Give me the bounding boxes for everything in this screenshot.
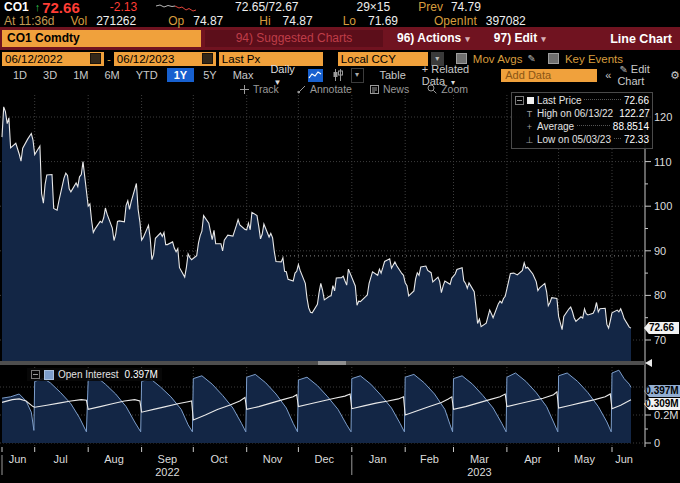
last-price-axis-label: 72.66 — [644, 322, 679, 334]
gear-icon[interactable]: ⚙ — [670, 69, 680, 82]
svg-text:May: May — [574, 453, 595, 465]
actions-menu-button[interactable]: 96) Actions▾ — [387, 30, 480, 47]
date-to-field[interactable]: 06/12/2023 — [114, 52, 216, 66]
currency-select[interactable]: Local CCY — [338, 52, 428, 66]
svg-text:70: 70 — [654, 334, 666, 346]
open-interest-swatch — [44, 370, 54, 380]
page-title: Line Chart — [610, 32, 672, 46]
svg-text:2023: 2023 — [467, 466, 491, 478]
bid-ask-size: 29×15 — [357, 0, 391, 14]
period-tabs: 1D3D1M6MYTD1Y5YMax — [6, 68, 260, 82]
svg-text:80: 80 — [654, 289, 666, 301]
period-tab-1y[interactable]: 1Y — [167, 68, 194, 82]
low-value: 71.69 — [368, 14, 398, 28]
svg-text:110: 110 — [654, 156, 672, 168]
prev-label: Prev — [418, 0, 443, 14]
edit-menu-button[interactable]: 97) Edit▾ — [484, 30, 556, 47]
chevron-down-icon: ▾ — [541, 34, 546, 44]
track-tool-button[interactable]: Track — [240, 83, 279, 95]
x-axis: JunJulAugSepOctNovDecJanFebMarAprMayJun2… — [0, 447, 680, 479]
high-value: 74.87 — [283, 14, 313, 28]
open-interest-label: Open Interest — [58, 369, 119, 380]
collapse-panel-button[interactable]: « — [605, 69, 611, 81]
average-marker-icon: + — [525, 122, 534, 132]
as-of-time: At 11:36d — [4, 14, 54, 28]
period-tab-3d[interactable]: 3D — [36, 68, 64, 82]
calendar-icon[interactable] — [90, 53, 101, 64]
legend-row-last-price[interactable]: Last Price 72.66 — [515, 94, 649, 107]
legend-label: Average — [537, 121, 574, 132]
oi-line-axis-label: 0.309M — [644, 398, 680, 410]
period-tab-max[interactable]: Max — [226, 68, 261, 82]
edit-label: 97) Edit — [494, 31, 537, 45]
period-tab-1m[interactable]: 1M — [66, 68, 95, 82]
period-tab-6m[interactable]: 6M — [97, 68, 126, 82]
key-events-label: Key Events — [565, 53, 623, 65]
svg-text:Jul: Jul — [54, 453, 68, 465]
sparkline-icon — [155, 2, 197, 13]
openint-label: OpenInt — [434, 14, 477, 28]
bloomberg-gp-window: CO1 ↑ 72.66 -2.13 72.65/72.67 29×15 Prev… — [0, 0, 680, 483]
date-from-field[interactable]: 06/12/2022 — [2, 52, 104, 66]
zoom-tool-button[interactable]: Zoom — [427, 83, 468, 95]
command-toolbar: CO1 Comdty 94) Suggested Charts 96) Acti… — [0, 27, 680, 50]
period-tab-5y[interactable]: 5Y — [196, 68, 223, 82]
pencil-icon[interactable]: ✎ — [528, 53, 536, 64]
period-tab-1d[interactable]: 1D — [6, 68, 34, 82]
annotate-tool-button[interactable]: Annotate — [297, 83, 352, 95]
date-range-dash: - — [107, 53, 111, 65]
legend-label: Last Price — [537, 95, 581, 106]
svg-text:0.2M: 0.2M — [654, 409, 678, 421]
svg-text:Sep: Sep — [158, 453, 178, 465]
last-price-swatch — [527, 97, 534, 104]
security-input[interactable]: CO1 Comdty — [2, 30, 201, 47]
svg-text:0: 0 — [654, 437, 660, 449]
date-to-value: 06/12/2023 — [117, 52, 175, 66]
svg-text:Jan: Jan — [369, 453, 387, 465]
legend-expander-icon[interactable] — [515, 96, 524, 105]
edit-chart-button[interactable]: ✎ Edit Chart — [617, 63, 666, 87]
svg-text:Nov: Nov — [263, 453, 283, 465]
chart-type-dropdown-button[interactable]: ▾ — [351, 68, 364, 83]
quote-line-1: CO1 ↑ 72.66 -2.13 72.65/72.67 29×15 Prev… — [0, 0, 680, 14]
legend-leader — [584, 99, 621, 100]
open-interest-value: 0.397M — [125, 369, 158, 380]
legend-value: 122.27 — [619, 108, 650, 119]
svg-text:Jun: Jun — [9, 453, 27, 465]
svg-text:Apr: Apr — [524, 453, 541, 465]
svg-text:Dec: Dec — [315, 453, 335, 465]
candle-chart-type-button[interactable] — [331, 69, 345, 82]
chart-settings-row: 06/12/2022 - 06/12/2023 Last Px Local CC… — [0, 50, 680, 67]
vol-label: Vol — [70, 14, 87, 28]
svg-text:Aug: Aug — [104, 453, 124, 465]
vol-value: 271262 — [96, 14, 136, 28]
actions-label: 96) Actions — [397, 31, 461, 45]
news-tool-button[interactable]: News — [370, 83, 409, 95]
legend-label: Low on 05/03/23 — [537, 134, 611, 145]
suggested-charts-button[interactable]: 94) Suggested Charts — [205, 30, 383, 47]
line-chart-type-button[interactable] — [308, 69, 322, 82]
oi-area-axis-label: 0.397M — [644, 385, 680, 397]
legend-leader — [614, 138, 621, 139]
scrollbar-handle[interactable] — [318, 361, 346, 365]
date-from-value: 06/12/2022 — [5, 52, 63, 66]
price-change: -2.13 — [110, 0, 137, 14]
svg-text:Feb: Feb — [420, 453, 439, 465]
add-data-input[interactable] — [501, 69, 597, 82]
panel-divider-scrollbar[interactable] — [0, 361, 645, 365]
key-events-checkbox[interactable] — [548, 53, 559, 64]
annotate-icon — [297, 85, 306, 94]
svg-text:120: 120 — [654, 111, 672, 123]
calendar-icon[interactable] — [202, 53, 213, 64]
legend-expander-icon[interactable] — [31, 370, 40, 379]
open-label: Op — [168, 14, 184, 28]
legend-value: 72.33 — [624, 134, 649, 145]
chevron-down-icon: ▾ — [465, 34, 470, 44]
table-button[interactable]: Table — [380, 69, 406, 81]
legend-row-average: + Average 88.8514 — [515, 120, 649, 133]
open-interest-legend[interactable]: Open Interest 0.397M — [27, 368, 162, 381]
period-tab-ytd[interactable]: YTD — [129, 68, 165, 82]
svg-text:Mar: Mar — [470, 453, 489, 465]
legend-row-high: T High on 06/13/22 122.27 — [515, 107, 649, 120]
low-marker-icon: ⊥ — [525, 135, 534, 145]
